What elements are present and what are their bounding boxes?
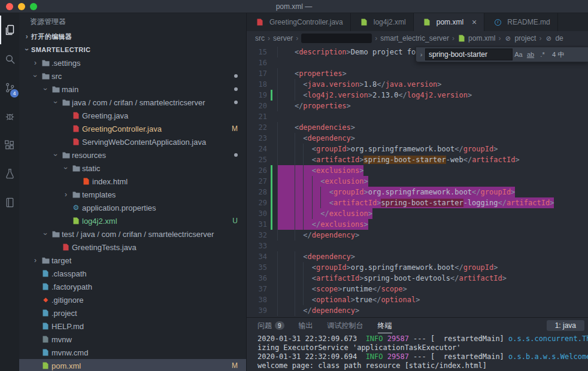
- tree-item-java-com-crifan-smartelectricserver[interactable]: ›java / com / crifan / smartelectricserv…: [19, 96, 246, 109]
- tree-item-resources[interactable]: ›resources: [19, 148, 246, 162]
- terminal-picker[interactable]: 1: java: [547, 320, 584, 331]
- code-line[interactable]: 23<dependency>: [247, 133, 588, 144]
- code-line[interactable]: 19<log4j2.version>2.13.0</log4j2.version…: [247, 90, 588, 101]
- code-line[interactable]: 33: [247, 241, 588, 251]
- code-line[interactable]: 25<artifactId>spring-boot-starter-web</a…: [247, 154, 588, 165]
- breadcrumb-separator: ›: [498, 34, 501, 42]
- panel-tab-output[interactable]: 输出: [299, 318, 313, 333]
- tree-item-templates[interactable]: ›templates: [19, 188, 246, 201]
- whole-word-button[interactable]: ab: [525, 49, 537, 60]
- tab-greetingcontroller-java[interactable]: GreetingController.java: [247, 13, 351, 31]
- panel-tab-debug-console[interactable]: 调试控制台: [328, 318, 363, 333]
- breadcrumb-item-server[interactable]: server: [273, 34, 293, 42]
- code-text: </exclusions>: [277, 219, 368, 230]
- code-line[interactable]: 34<dependency>: [247, 251, 588, 262]
- match-case-button[interactable]: Aa: [513, 49, 525, 60]
- code-line[interactable]: 27<exclusion>: [247, 176, 588, 187]
- tab-pom-xml[interactable]: pom.xml×: [414, 13, 485, 31]
- tree-item-pom-xml[interactable]: pom.xmlM: [19, 359, 246, 371]
- code-text: <properties>: [277, 68, 347, 79]
- minimize-window-button[interactable]: [18, 3, 25, 10]
- regex-button[interactable]: .*: [537, 49, 548, 60]
- zoom-window-button[interactable]: [30, 3, 37, 10]
- code-line[interactable]: 31</exclusions>: [247, 219, 588, 230]
- tree-item-test-java-com-crifan-smartelectricserver[interactable]: ›test / java / com / crifan / smartelect…: [19, 227, 246, 241]
- find-input[interactable]: spring-boot-starter: [425, 48, 513, 60]
- code-text: </properties>: [277, 101, 351, 111]
- close-tab-icon[interactable]: ×: [472, 17, 477, 27]
- tree-item-application-properties[interactable]: ⚙application.properties: [19, 201, 246, 214]
- breadcrumb-item-de[interactable]: ⊘de: [544, 34, 563, 42]
- code-line[interactable]: 17<properties>: [247, 68, 588, 79]
- tree-item-greeting-java[interactable]: Greeting.java: [19, 109, 246, 122]
- tree-item-greetingcontroller-java[interactable]: GreetingController.javaM: [19, 122, 246, 135]
- code-text: <dependency>: [277, 133, 355, 144]
- code-line[interactable]: 36<artifactId>spring-boot-devtools</arti…: [247, 273, 588, 284]
- tree-item-target[interactable]: ›target: [19, 254, 246, 267]
- file-icon: [43, 362, 49, 369]
- tree-item-log4j2-xml[interactable]: log4j2.xmlU: [19, 214, 246, 227]
- tree-item-static[interactable]: ›static: [19, 162, 246, 175]
- terminal-output[interactable]: 2020-01-31 22:32:09.673 INFO 29587 --- […: [247, 333, 588, 370]
- tree-item-classpath[interactable]: .classpath: [19, 267, 246, 280]
- code-line[interactable]: 24<groupId>org.springframework.boot</gro…: [247, 144, 588, 154]
- breadcrumb-item-src[interactable]: src: [255, 34, 265, 42]
- folder-icon: [72, 191, 80, 198]
- tab-readme-md[interactable]: iREADME.md: [484, 13, 557, 31]
- breadcrumb-item-project[interactable]: ⊘project: [504, 34, 536, 42]
- window-title: pom.xml —: [0, 2, 588, 11]
- file-icon: [43, 323, 49, 330]
- change-bar: [271, 111, 272, 122]
- code-line[interactable]: 26<exclusions>: [247, 165, 588, 176]
- modified-dot: [234, 87, 238, 91]
- tree-item-src[interactable]: ›src: [19, 69, 246, 83]
- close-window-button[interactable]: [6, 3, 13, 10]
- code-line[interactable]: 18<java.version>1.8</java.version>: [247, 79, 588, 90]
- line-number: 36: [247, 273, 267, 284]
- find-toggle-replace-icon[interactable]: ›: [417, 49, 425, 60]
- code-line[interactable]: 35<groupId>org.springframework.boot</gro…: [247, 262, 588, 273]
- activity-extensions[interactable]: [0, 130, 19, 159]
- code-line[interactable]: 21: [247, 111, 588, 122]
- code-editor[interactable]: 15<description>Demo project fo1617<prope…: [247, 45, 588, 317]
- tree-item-project[interactable]: .project: [19, 306, 246, 320]
- tree-item-greetingtests-java[interactable]: GreetingTests.java: [19, 241, 246, 254]
- tree-item-gitignore[interactable]: ◆.gitignore: [19, 293, 246, 306]
- tree-item-factorypath[interactable]: .factorypath: [19, 280, 246, 293]
- tab-log4j2-xml[interactable]: log4j2.xml: [351, 13, 414, 31]
- activity-debug[interactable]: [0, 102, 19, 130]
- file-icon: [361, 19, 367, 26]
- change-bar: [271, 57, 272, 68]
- breadcrumb-item-pom-xml[interactable]: pom.xml: [457, 34, 495, 42]
- code-line[interactable]: 22<dependencies>: [247, 122, 588, 133]
- open-editors-section[interactable]: › 打开的编辑器: [19, 30, 246, 43]
- activity-source-control[interactable]: 4: [0, 73, 19, 102]
- breadcrumb-item-smart-electric-server[interactable]: smart_electric_server: [380, 34, 449, 42]
- code-line[interactable]: 30</exclusion>: [247, 208, 588, 219]
- activity-book[interactable]: [0, 188, 19, 217]
- tree-item-help-md[interactable]: HELP.md: [19, 320, 246, 333]
- tree-item-servingwebcontentapplication-java[interactable]: ServingWebContentApplication.java: [19, 135, 246, 148]
- breadcrumb-separator: ›: [296, 34, 298, 42]
- code-line[interactable]: 29<artifactId>spring-boot-starter-loggin…: [247, 197, 588, 208]
- tree-item-mvnw[interactable]: mvnw: [19, 333, 246, 346]
- tree-item-index-html[interactable]: index.html: [19, 175, 246, 188]
- activity-explorer[interactable]: [0, 16, 19, 44]
- tree-item-label: mvnw: [51, 335, 246, 344]
- activity-search[interactable]: [0, 44, 19, 73]
- code-line[interactable]: 20</properties>: [247, 101, 588, 111]
- code-line[interactable]: 39</dependency>: [247, 305, 588, 316]
- tree-item-mvnw-cmd[interactable]: mvnw.cmd: [19, 346, 246, 359]
- tree-item-settings[interactable]: ›.settings: [19, 56, 246, 69]
- change-bar: [271, 187, 272, 197]
- tree-item-main[interactable]: ›main: [19, 83, 246, 96]
- activity-test[interactable]: [0, 159, 19, 188]
- code-line[interactable]: 28<groupId>org.springframework.boot</gro…: [247, 187, 588, 197]
- code-lines: 15<description>Demo project fo1617<prope…: [247, 47, 588, 316]
- panel-tab-terminal[interactable]: 终端: [378, 318, 392, 333]
- code-line[interactable]: 38<optional>true</optional>: [247, 294, 588, 305]
- panel-tab-problems[interactable]: 问题9: [257, 318, 284, 333]
- code-line[interactable]: 32</dependency>: [247, 230, 588, 241]
- project-root-section[interactable]: › SMARTELECTRIC: [19, 43, 246, 56]
- code-line[interactable]: 37<scope>runtime</scope>: [247, 284, 588, 294]
